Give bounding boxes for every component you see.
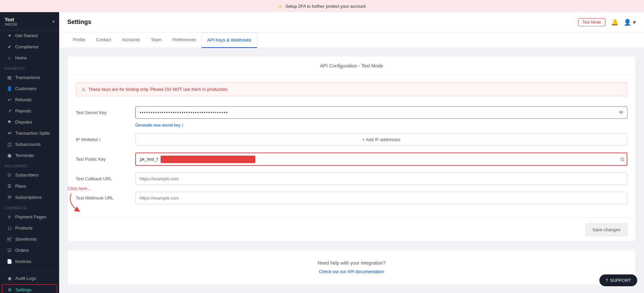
sidebar-item-label: Orders [15, 248, 29, 253]
warning-text: These keys are for testing only. Please … [88, 87, 229, 92]
sidebar-item-label: Get Started [15, 33, 38, 38]
webhook-url-input[interactable] [135, 192, 627, 204]
callback-url-input[interactable] [135, 172, 627, 185]
sidebar-item-label: Customers [15, 86, 37, 91]
sidebar-item-products[interactable]: ◻ Products [2, 223, 57, 233]
toggle-secret-visibility-button[interactable]: 👁 [619, 110, 624, 116]
payments-section-label: PAYMENTS [0, 63, 59, 72]
api-config-title: API Configuration - Test Mode [68, 56, 636, 76]
sidebar-item-audit-logs[interactable]: ◉ Audit Logs [2, 273, 57, 284]
sidebar-item-home[interactable]: ⌂ Home [2, 53, 57, 63]
public-key-label: Test Public Key [76, 157, 130, 162]
sidebar-item-subscribers[interactable]: ♺ Subscribers [2, 170, 57, 180]
sidebar-item-storefronts[interactable]: 🛒 Storefronts [2, 234, 57, 244]
terminals-icon: ▣ [7, 153, 12, 158]
check-icon: ✔ [7, 44, 12, 49]
ip-whitelist-row: IP Whitelist ℹ + Add IP addresses [76, 133, 627, 146]
copy-public-key-button[interactable]: ⧉ [620, 156, 624, 162]
generate-link-wrap: Generate new secret key ℹ [135, 122, 183, 128]
customers-icon: 👤 [7, 86, 12, 91]
help-section: Need help with your integration? Check o… [67, 250, 636, 285]
support-label: SUPPORT [610, 278, 631, 283]
products-icon: ◻ [7, 225, 12, 231]
commerce-section-label: COMMERCE [0, 203, 59, 211]
sidebar-item-label: Payment Pages [15, 214, 46, 219]
sidebar-brand[interactable]: Test 948258 ▾ [0, 12, 59, 30]
brand-sub: 948258 [5, 22, 17, 26]
subaccounts-icon: ◫ [7, 142, 12, 147]
help-text: Need help with your integration? [78, 260, 625, 266]
sidebar-item-subaccounts[interactable]: ◫ Subaccounts [2, 139, 57, 150]
sidebar-item-subscriptions[interactable]: ⟳ Subscriptions [2, 192, 57, 203]
sidebar-item-label: Settings [16, 287, 31, 292]
sidebar-item-label: Transaction Splits [15, 131, 50, 136]
tab-accounts[interactable]: Accounts [117, 32, 145, 48]
public-key-redacted-overlay [161, 156, 255, 163]
sidebar-item-label: Subaccounts [15, 142, 41, 147]
main-content: API Configuration - Test Mode ⚠ These ke… [59, 48, 644, 293]
sidebar-item-label: Invoices [15, 259, 31, 264]
sidebar-item-disputes[interactable]: ⚑ Disputes [2, 117, 57, 127]
subscriptions-icon: ⟳ [7, 195, 12, 200]
sidebar-item-label: Subscribers [15, 172, 39, 178]
ip-info-icon: ℹ [99, 137, 100, 142]
sidebar-item-refunds[interactable]: ↩ Refunds [2, 95, 57, 105]
bell-icon[interactable]: 🔔 [611, 19, 618, 26]
refunds-icon: ↩ [7, 97, 12, 102]
sidebar-item-transactions[interactable]: ▤ Transactions [2, 72, 57, 83]
tab-profile[interactable]: Profile [67, 32, 91, 48]
api-docs-link[interactable]: Check out our API documentation [319, 269, 384, 274]
sidebar-item-customers[interactable]: 👤 Customers [2, 83, 57, 94]
sidebar-item-get-started[interactable]: ✦ Get Started [2, 30, 57, 41]
webhook-url-label: Test Webhook URL [76, 195, 130, 201]
sidebar-item-label: Transactions [15, 75, 40, 80]
storefronts-icon: 🛒 [7, 237, 12, 242]
home-icon: ⌂ [7, 55, 12, 60]
sidebar-item-label: Home [15, 55, 27, 60]
api-form: Test Secret Key 👁 Generate new secret ke… [68, 103, 636, 218]
secret-key-input[interactable] [135, 106, 627, 119]
sidebar-item-compliance[interactable]: ✔ Compliance [2, 42, 57, 52]
sidebar-item-settings[interactable]: ⚙ Settings [2, 284, 57, 293]
sidebar-item-orders[interactable]: ☑ Orders [2, 245, 57, 256]
user-menu-icon[interactable]: 👤 ▾ [624, 19, 636, 26]
generate-link-row: Generate new secret key ℹ [76, 122, 627, 128]
ip-whitelist-label: IP Whitelist ℹ [76, 137, 130, 142]
sidebar-item-terminals[interactable]: ▣ Terminals [2, 150, 57, 161]
sidebar-item-label: Terminals [15, 153, 34, 158]
support-button[interactable]: ? SUPPORT [599, 274, 637, 286]
sidebar: Test 948258 ▾ ✦ Get Started ✔ Compliance… [0, 12, 59, 293]
plans-icon: ☰ [7, 184, 12, 189]
settings-icon: ⚙ [7, 287, 13, 292]
ip-whitelist-input-wrap: + Add IP addresses [135, 133, 627, 146]
api-config-card: API Configuration - Test Mode ⚠ These ke… [67, 56, 636, 242]
tab-contact[interactable]: Contact [91, 32, 117, 48]
sidebar-item-label: Refunds [15, 97, 31, 102]
save-changes-button[interactable]: Save changes [586, 223, 627, 236]
add-ip-button[interactable]: + Add IP addresses [135, 133, 627, 146]
sidebar-item-payment-pages[interactable]: ⎋ Payment Pages [2, 212, 57, 222]
sidebar-item-invoices[interactable]: 📄 Invoices [2, 256, 57, 267]
info-icon: ℹ [182, 123, 183, 127]
sidebar-item-transaction-splits[interactable]: ⇌ Transaction Splits [2, 128, 57, 138]
tab-team[interactable]: Team [145, 32, 167, 48]
tab-preferences[interactable]: Preferences [167, 32, 201, 48]
tab-api-keys[interactable]: API Keys & Webhooks [201, 32, 257, 48]
sidebar-item-label: Payouts [15, 108, 31, 113]
test-mode-badge[interactable]: Test Mode [578, 18, 605, 26]
api-warning-banner: ⚠ These keys are for testing only. Pleas… [76, 82, 627, 96]
audit-logs-icon: ◉ [7, 276, 12, 281]
payouts-icon: ↗ [7, 108, 12, 113]
secret-key-label: Test Secret Key [76, 110, 130, 115]
webhook-url-row: Test Webhook URL [76, 192, 627, 204]
disputes-icon: ⚑ [7, 119, 12, 125]
webhook-url-wrap [135, 192, 627, 204]
sidebar-item-label: Subscriptions [15, 195, 42, 200]
generate-secret-key-link[interactable]: Generate new secret key [135, 123, 180, 128]
warning-icon: ⚠ [278, 3, 283, 9]
sidebar-item-payouts[interactable]: ↗ Payouts [2, 106, 57, 116]
chevron-down-icon: ▾ [52, 19, 54, 24]
page-title: Settings [67, 19, 91, 26]
sidebar-item-plans[interactable]: ☰ Plans [2, 181, 57, 191]
transactions-icon: ▤ [7, 75, 12, 80]
